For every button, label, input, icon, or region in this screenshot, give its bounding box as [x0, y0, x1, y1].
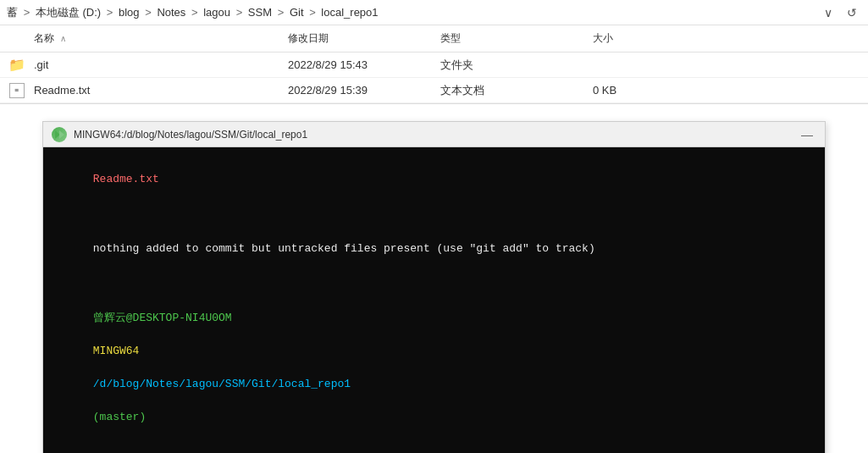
- txt-file-icon: ≡: [9, 83, 25, 98]
- folder-icon: 📁: [8, 57, 25, 73]
- terminal-line-prompt1: 曾辉云@DESKTOP-NI4U0OM MINGW64 /d/blog/Note…: [53, 293, 815, 442]
- terminal-window: MINGW64:/d/blog/Notes/lagou/SSM/Git/loca…: [42, 121, 826, 453]
- table-row[interactable]: 📁 .git 2022/8/29 15:43 文件夹: [0, 52, 868, 78]
- file-list-header: 名称 ∧ 修改日期 类型 大小: [0, 25, 868, 52]
- column-type-header[interactable]: 类型: [440, 31, 593, 46]
- terminal-line-readme-red: Readme.txt: [53, 154, 815, 204]
- breadcrumb-local-repo1[interactable]: local_repo1: [321, 6, 378, 19]
- spacer: [0, 104, 868, 121]
- breadcrumb-notes[interactable]: Notes: [157, 6, 185, 19]
- terminal-titlebar: MINGW64:/d/blog/Notes/lagou/SSM/Git/loca…: [43, 122, 825, 147]
- terminal-line-nothing: nothing added to commit but untracked fi…: [53, 224, 815, 273]
- file-date-git: 2022/8/29 15:43: [288, 58, 440, 71]
- breadcrumb-ssm[interactable]: SSM: [248, 6, 272, 19]
- breadcrumb: 蓄 > 本地磁盘 (D:) > blog > Notes > lagou > S…: [7, 5, 819, 20]
- file-type-git: 文件夹: [440, 58, 593, 73]
- folder-icon-cell: 📁: [0, 57, 34, 73]
- breadcrumb-blog[interactable]: blog: [119, 6, 140, 19]
- file-date-readme: 2022/8/29 15:39: [288, 84, 440, 97]
- breadcrumb-home[interactable]: 蓄: [7, 6, 18, 19]
- terminal-line-blank2: [53, 275, 815, 292]
- column-size-header[interactable]: 大小: [593, 31, 694, 46]
- terminal-title: MINGW64:/d/blog/Notes/lagou/SSM/Git/loca…: [74, 129, 798, 141]
- file-type-readme: 文本文档: [440, 83, 593, 98]
- terminal-line-blank1: [53, 206, 815, 223]
- txt-icon-cell: ≡: [0, 83, 34, 98]
- breadcrumb-lagou[interactable]: lagou: [203, 6, 230, 19]
- breadcrumb-git[interactable]: Git: [290, 6, 304, 19]
- sort-arrow-icon: ∧: [60, 34, 66, 43]
- terminal-app-icon: [52, 127, 67, 142]
- breadcrumb-bar: 蓄 > 本地磁盘 (D:) > blog > Notes > lagou > S…: [0, 0, 868, 25]
- column-date-header[interactable]: 修改日期: [288, 31, 440, 46]
- terminal-minimize-button[interactable]: —: [798, 128, 816, 141]
- file-name-git: .git: [34, 58, 288, 71]
- dropdown-button[interactable]: ∨: [819, 3, 838, 22]
- svg-marker-1: [59, 130, 64, 139]
- column-name-header[interactable]: 名称 ∧: [0, 31, 288, 46]
- file-size-readme: 0 KB: [593, 84, 694, 97]
- table-row[interactable]: ≡ Readme.txt 2022/8/29 15:39 文本文档 0 KB: [0, 78, 868, 103]
- terminal-body[interactable]: Readme.txt nothing added to commit but u…: [43, 147, 825, 453]
- file-name-readme: Readme.txt: [34, 84, 288, 97]
- refresh-button[interactable]: ↺: [843, 3, 861, 22]
- terminal-line-command: $ git_status -s: [53, 444, 815, 454]
- breadcrumb-drive[interactable]: 本地磁盘 (D:): [36, 6, 101, 19]
